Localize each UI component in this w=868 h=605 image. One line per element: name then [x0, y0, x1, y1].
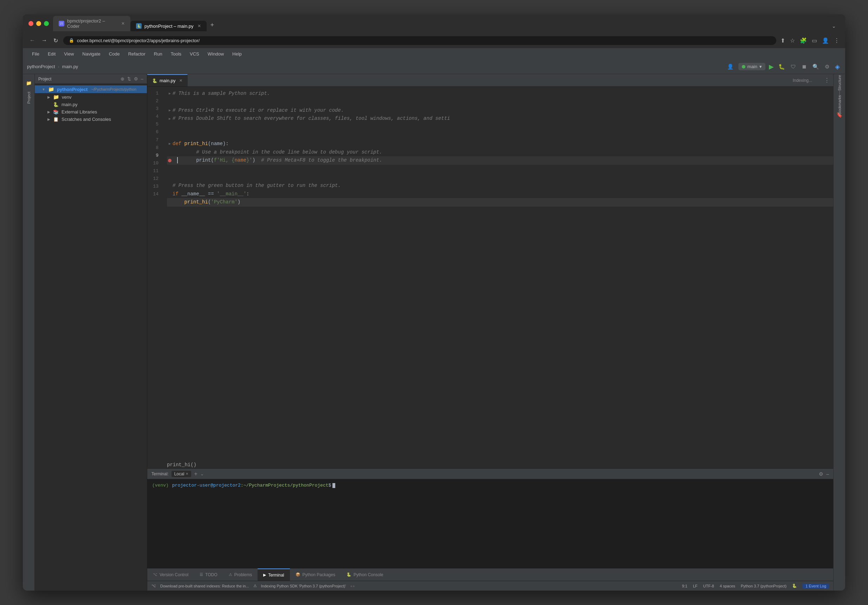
- pycharm-tab-close[interactable]: ✕: [197, 23, 201, 28]
- menu-view[interactable]: View: [60, 50, 78, 58]
- terminal-local-close[interactable]: ✕: [186, 472, 188, 476]
- editor-tab-close[interactable]: ✕: [179, 78, 182, 83]
- root-arrow: ▼: [42, 88, 45, 91]
- status-indent[interactable]: 4 spaces: [720, 584, 735, 588]
- terminal-close-icon[interactable]: –: [826, 471, 829, 477]
- sidebar-project-label[interactable]: Project: [25, 89, 33, 107]
- terminal-venv-label: (venv): [152, 483, 169, 488]
- panel-icon-3[interactable]: ⚙: [134, 76, 138, 82]
- tree-item-root[interactable]: ▼ 📁 pythonProject ~/PycharmProjects/pyth…: [35, 85, 147, 93]
- menu-vcs[interactable]: VCS: [186, 50, 203, 58]
- code-extra-line: print_hi(): [147, 461, 833, 468]
- indexing-label: Indexing...: [787, 78, 818, 83]
- stop-button[interactable]: ⏹: [801, 62, 808, 71]
- sidebar-folder-icon[interactable]: 📁: [23, 77, 34, 88]
- refresh-button[interactable]: ↻: [53, 36, 59, 45]
- right-sidebar-bookmarks[interactable]: Bookmarks: [834, 99, 845, 110]
- ln-13: 13: [147, 183, 161, 190]
- btab-python-console[interactable]: 🐍 Python Console: [341, 568, 389, 581]
- new-tab-button[interactable]: +: [207, 19, 217, 31]
- search-toolbar-icon[interactable]: 🔍: [811, 62, 820, 71]
- btab-python-packages[interactable]: 📦 Python Packages: [290, 568, 341, 581]
- menu-dots-icon[interactable]: ⋮: [834, 37, 840, 44]
- fold-1[interactable]: ▶: [169, 91, 171, 97]
- ln-6: 6: [147, 128, 161, 136]
- minimize-button[interactable]: [36, 21, 41, 26]
- status-line-col[interactable]: 9:1: [682, 584, 687, 588]
- menu-tools[interactable]: Tools: [167, 50, 185, 58]
- menu-file[interactable]: File: [28, 50, 43, 58]
- run-button[interactable]: ▶: [769, 63, 774, 71]
- status-event-log[interactable]: 1 Event Log: [803, 583, 829, 588]
- close-button[interactable]: [28, 21, 33, 26]
- settings-toolbar-icon[interactable]: ⚙: [824, 62, 831, 71]
- status-index-label[interactable]: Indexing Python SDK 'Python 3.7 (pythonP…: [261, 584, 346, 588]
- address-bar[interactable]: 🔒 coder.bpmct.net/@bpmct/projector2/apps…: [63, 36, 776, 45]
- menu-run[interactable]: Run: [150, 50, 166, 58]
- forward-button[interactable]: →: [40, 36, 48, 45]
- status-git-icon[interactable]: ⌥: [152, 583, 156, 588]
- menu-refactor[interactable]: Refactor: [125, 50, 149, 58]
- profile-icon[interactable]: 👤: [822, 37, 829, 44]
- run-config-dropdown[interactable]: main ▾: [738, 63, 766, 70]
- lock-icon: 🔒: [69, 38, 74, 43]
- panel-icon-2[interactable]: ⇅: [127, 76, 131, 82]
- code-editor[interactable]: 1 2 3 4 5 6 7 8 9 10 11: [147, 87, 833, 468]
- terminal-gear-icon[interactable]: ⚙: [819, 471, 823, 477]
- status-encoding[interactable]: UTF-8: [703, 584, 714, 588]
- menu-help[interactable]: Help: [229, 50, 245, 58]
- fold-4[interactable]: ▶: [169, 116, 171, 122]
- terminal-content[interactable]: (venv) projector-user@projector2:~/Pycha…: [147, 479, 833, 568]
- share-icon[interactable]: ⬆: [781, 37, 785, 44]
- right-sidebar-structure[interactable]: Structure: [834, 77, 845, 88]
- tree-item-scratches[interactable]: ▶ 📋 Scratches and Consoles: [35, 116, 147, 123]
- tree-item-main-py[interactable]: 🐍 main.py: [35, 101, 147, 108]
- btab-todo[interactable]: ☰ TODO: [194, 568, 223, 581]
- fold-7[interactable]: ▶: [169, 141, 171, 147]
- project-panel-header: Project ⊕ ⇅ ⚙ –: [35, 74, 147, 84]
- fold-3[interactable]: ▶: [169, 107, 171, 113]
- btab-problems[interactable]: ⚠ Problems: [223, 568, 258, 581]
- code-line-1: ▶ # This is a sample Python script.: [167, 90, 833, 98]
- menu-edit[interactable]: Edit: [44, 50, 59, 58]
- tree-item-venv[interactable]: ▶ 📁 venv: [35, 93, 147, 101]
- status-python[interactable]: Python 3.7 (pythonProject): [741, 584, 786, 588]
- browser-tab-pycharm[interactable]: 🐍 pythonProject – main.py ✕: [130, 21, 207, 31]
- btab-version-control[interactable]: ⌥ Version Control: [147, 568, 194, 581]
- coverage-button[interactable]: 🛡: [790, 62, 797, 71]
- editor-tab-main-py[interactable]: 🐍 main.py ✕: [147, 74, 188, 87]
- panel-minimize-icon[interactable]: –: [141, 76, 143, 82]
- tree-item-ext-libs[interactable]: ▶ 📚 External Libraries: [35, 108, 147, 116]
- btab-terminal[interactable]: ▶ Terminal: [257, 568, 290, 581]
- main-py-label: main.py: [62, 102, 78, 107]
- btab-python-packages-label: Python Packages: [302, 573, 335, 577]
- panel-icon-1[interactable]: ⊕: [121, 76, 124, 82]
- coder-tab-close[interactable]: ✕: [121, 21, 125, 26]
- bookmark-icon[interactable]: ☆: [790, 37, 795, 44]
- maximize-button[interactable]: [44, 21, 49, 26]
- status-vcs-label[interactable]: Download pre-built shared indexes: Reduc…: [160, 584, 249, 588]
- tab-dropdown-button[interactable]: ⌄: [828, 21, 840, 31]
- menu-window[interactable]: Window: [204, 50, 227, 58]
- terminal-add-button[interactable]: +: [194, 471, 197, 477]
- breakpoint-mark-9[interactable]: [168, 159, 172, 162]
- terminal-chevron-button[interactable]: ⌄: [200, 472, 204, 477]
- ide-toolbar-right: 👤 main ▾ ▶ 🐛 🛡 ⏹ 🔍 ⚙ ◈: [726, 62, 841, 72]
- sidebar-toggle-icon[interactable]: ▭: [812, 37, 817, 44]
- root-folder-icon: 📁: [48, 87, 54, 92]
- editor-tab-menu-icon[interactable]: ⋮: [821, 77, 833, 84]
- terminal-header: Terminal: Local ✕ + ⌄ ⚙ –: [147, 469, 833, 479]
- extensions-icon[interactable]: 🧩: [800, 37, 807, 44]
- debug-button[interactable]: 🐛: [777, 62, 786, 71]
- project-tree: ▼ 📁 pythonProject ~/PycharmProjects/pyth…: [35, 84, 147, 591]
- browser-tab-coder[interactable]: ⟨/⟩ bpmct/projector2 – Coder ✕: [53, 16, 130, 31]
- ln-11: 11: [147, 167, 161, 175]
- terminal-local-tab[interactable]: Local ✕: [172, 471, 192, 477]
- menu-navigate[interactable]: Navigate: [79, 50, 104, 58]
- terminal-prompt-text: projector-user@projector2:~/PycharmProje…: [172, 483, 332, 488]
- back-button[interactable]: ←: [28, 36, 36, 45]
- status-lf[interactable]: LF: [693, 584, 698, 588]
- status-problems-icon[interactable]: ⚠: [253, 583, 257, 588]
- menu-code[interactable]: Code: [105, 50, 123, 58]
- git-user-icon[interactable]: 👤: [726, 62, 735, 71]
